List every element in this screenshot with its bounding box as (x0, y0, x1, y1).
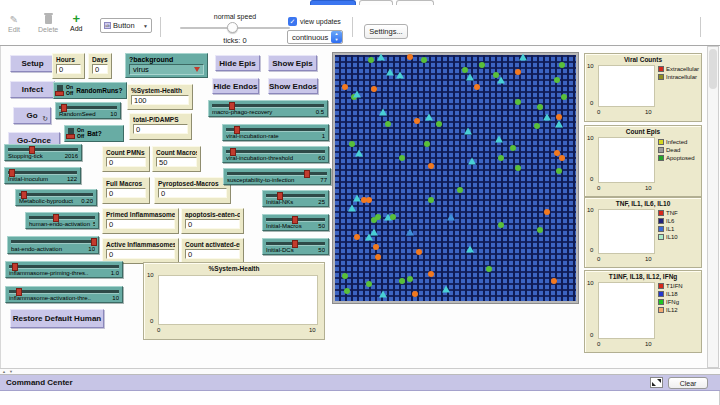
show-epis-button[interactable]: Show Epis (268, 55, 317, 71)
dropdown-triangle-icon (194, 67, 200, 72)
infect-button[interactable]: Infect (10, 81, 55, 98)
switch-toggle[interactable] (57, 85, 63, 96)
slider-macro-phago-recovery[interactable]: macro-phago-recovery0.5 (208, 100, 328, 117)
slider-viral-incubation-rate[interactable]: viral-incubation-rate1 (222, 124, 329, 141)
legend-swatch (658, 74, 664, 80)
plot-t1inf-il18-il12-ifng: T1INF, IL18, IL12, IFNg 10 0 0 10 T1IFN … (584, 270, 702, 353)
slider-bat-endo-activation[interactable]: bat-endo-activation10 (7, 236, 99, 254)
slider-initial-dcs[interactable]: Initial-DCs50 (262, 238, 329, 255)
bat-switch[interactable]: OnOff Bat? (64, 125, 124, 142)
legend-item: IL12 (658, 307, 683, 313)
widget-type-select[interactable]: ab Button ▼ (100, 18, 152, 33)
vertical-scrollbar[interactable] (707, 46, 719, 368)
agent-green-cell (390, 214, 396, 220)
legend-swatch (658, 155, 664, 161)
randomruns-switch[interactable]: OnOff RandomRuns? (53, 82, 127, 99)
command-center-divider[interactable]: ▲ ▼ (0, 368, 720, 375)
agent-cyan-triangle (353, 194, 361, 201)
slider-randomseed[interactable]: RandomSeed10 (55, 102, 121, 119)
agent-blue-triangle (406, 229, 414, 236)
settings-button[interactable]: Settings... (364, 24, 408, 39)
slider-initial-nks[interactable]: Initial-NKs25 (262, 190, 329, 207)
agent-green-cell (399, 155, 405, 161)
legend-item: Extracellular (658, 66, 699, 72)
hide-epis-button[interactable]: Hide Epis (215, 55, 260, 71)
agent-green-cell (498, 155, 504, 161)
speed-slider-handle[interactable] (227, 22, 238, 33)
legend-swatch (658, 226, 664, 232)
toolbar-separator (160, 17, 161, 37)
legend-item: IL10 (658, 234, 678, 240)
clear-button[interactable]: Clear (668, 377, 708, 389)
agent-green-cell (366, 281, 372, 287)
agent-green-cell (368, 57, 374, 63)
agent-green-cell (561, 94, 567, 100)
agent-green-cell (462, 67, 468, 73)
toolbar: ✎ Edit Delete + Add ab Button ▼ normal s… (0, 5, 720, 46)
resize-arrows-icon[interactable]: ▲ ▼ (2, 369, 14, 374)
plot-viral-counts: Viral Counts 10 0 0 10 Extracellular Int… (584, 53, 702, 122)
edit-button[interactable]: ✎ Edit (8, 14, 20, 33)
agent-orange-cell (342, 84, 348, 90)
switch-toggle[interactable] (68, 128, 74, 139)
slider-inflammasome-activation-threshold[interactable]: inflammasome-activation-thre..10 (5, 286, 123, 303)
trash-icon (45, 14, 52, 25)
world-view[interactable] (335, 55, 576, 301)
speed-control: normal speed ticks: 0 (175, 13, 295, 43)
update-mode-select[interactable]: continuous ▲▼ (287, 30, 343, 44)
view-updates-checkbox[interactable]: ✓ (288, 17, 297, 26)
monitor-count-macros: Count Macros50 (152, 146, 201, 172)
agent-green-cell (556, 168, 562, 174)
toolbar-separator (352, 17, 353, 37)
agent-cyan-triangle (379, 108, 387, 115)
agent-cyan-triangle (348, 204, 356, 211)
slider-human-endo-activation[interactable]: human-endo-activation5 (25, 212, 99, 229)
monitor-count-pmns: Count PMNs0 (102, 146, 150, 172)
show-endos-button[interactable]: Show Endos (268, 78, 318, 94)
expand-icon[interactable] (650, 377, 663, 388)
delete-button[interactable]: Delete (38, 14, 58, 33)
restore-default-human-button[interactable]: Restore Default Human (10, 309, 104, 328)
agent-green-cell (457, 187, 463, 193)
agent-cyan-triangle (543, 113, 551, 120)
background-chooser[interactable]: ?background virus (125, 53, 208, 78)
forever-icon: ↻ (42, 115, 48, 123)
legend-swatch (658, 147, 664, 153)
agent-cyan-triangle (495, 135, 503, 142)
slider-stopping-tick[interactable]: Stopping-tick2016 (4, 144, 82, 161)
slider-handle[interactable] (91, 238, 97, 246)
slider-initial-inoculum[interactable]: Initial-inoculum122 (4, 167, 81, 184)
plot-system-health: %System-Health 10 0 0 10 (143, 262, 325, 340)
add-button[interactable]: + Add (70, 13, 82, 32)
edit-label: Edit (8, 26, 20, 33)
agent-orange-cell (407, 54, 413, 60)
widget-icon: ab (104, 22, 111, 29)
slider-inflammasome-priming-threshold[interactable]: inflammasome-priming-thres..1.0 (5, 261, 123, 278)
slider-viral-incubation-threshold[interactable]: viral-incubation-threshold60 (222, 146, 329, 163)
chooser-value-box[interactable]: virus (129, 64, 204, 75)
agent-orange-cell (515, 69, 521, 75)
view-updates-label: view updates (300, 18, 341, 25)
agent-cyan-triangle (464, 128, 472, 135)
speed-label: normal speed (175, 13, 295, 20)
scrollbar-thumb[interactable] (709, 49, 717, 89)
agent-green-cell (498, 222, 504, 228)
legend-item: Intracellular (658, 74, 699, 80)
legend-swatch (658, 234, 664, 240)
slider-susceptability-to-infection[interactable]: susceptability-to-infection77 (223, 168, 331, 185)
agent-green-cell (537, 227, 543, 233)
command-center-output[interactable] (0, 391, 720, 405)
setup-button[interactable]: Setup (10, 55, 55, 72)
switch-label: Bat? (87, 130, 101, 137)
hide-endos-button[interactable]: Hide Endos (212, 78, 259, 94)
agent-green-cell (349, 141, 355, 147)
legend-swatch (658, 283, 664, 289)
agent-green-cell (537, 104, 543, 110)
slider-initial-macros[interactable]: Initial-Macros50 (262, 214, 329, 231)
slider-metabolic-byproduct[interactable]: Metabolic-byproduct0.20 (15, 189, 97, 206)
monitor-apoptosis-eaten: apoptosis-eaten-cou..0 (181, 208, 244, 234)
agent-green-cell (385, 121, 391, 127)
agent-orange-cell (354, 234, 360, 240)
legend-item: TNF (658, 210, 678, 216)
go-button[interactable]: Go↻ (13, 107, 51, 124)
